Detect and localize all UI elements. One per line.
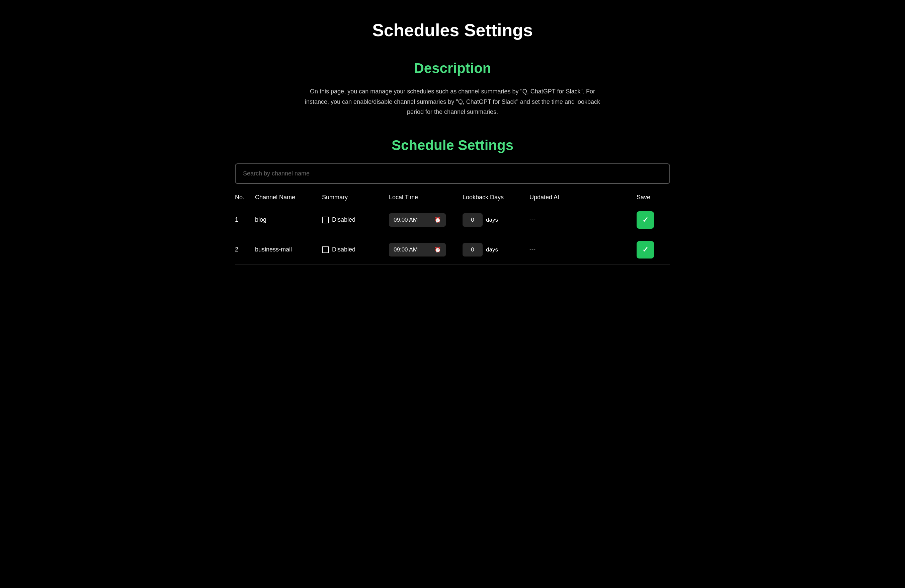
schedule-settings-heading: Schedule Settings (235, 137, 670, 153)
row-1-updated-at: --- (529, 216, 637, 223)
row-1-days-value[interactable]: 0 (462, 213, 483, 227)
row-2-time-value: 09:00 AM (394, 246, 432, 253)
row-2-time-wrapper[interactable]: 09:00 AM ⏰ (389, 243, 446, 256)
description-text: On this page, you can manage your schedu… (302, 86, 603, 117)
col-summary: Summary (322, 194, 389, 201)
row-2-save-button[interactable]: ✓ (637, 241, 654, 259)
checkmark-icon: ✓ (642, 216, 648, 224)
row-1-channel-name: blog (255, 216, 322, 223)
row-2-local-time: 09:00 AM ⏰ (389, 243, 462, 256)
row-2-no: 2 (235, 246, 255, 253)
row-1-time-wrapper[interactable]: 09:00 AM ⏰ (389, 213, 446, 227)
table-header: No. Channel Name Summary Local Time Look… (235, 194, 670, 205)
row-2-lookback: 0 days (462, 243, 529, 256)
search-input[interactable] (235, 164, 670, 184)
row-1-lookback: 0 days (462, 213, 529, 227)
col-save: Save (637, 194, 670, 201)
row-1-time-value: 09:00 AM (394, 217, 432, 223)
row-1-summary: Disabled (322, 216, 389, 223)
checkmark-icon: ✓ (642, 245, 648, 254)
col-no: No. (235, 194, 255, 201)
row-2-days-value[interactable]: 0 (462, 243, 483, 256)
row-1-days-wrapper: 0 days (462, 213, 529, 227)
row-2-summary-text: Disabled (332, 246, 356, 253)
row-2-summary-label[interactable]: Disabled (322, 246, 389, 253)
row-1-save-cell: ✓ (637, 211, 670, 229)
table-row: 2 business-mail Disabled 09:00 AM ⏰ 0 da… (235, 235, 670, 265)
col-channel-name: Channel Name (255, 194, 322, 201)
row-2-summary-checkbox[interactable] (322, 246, 329, 253)
col-updated-at: Updated At (529, 194, 637, 201)
row-2-days-wrapper: 0 days (462, 243, 529, 256)
table-row: 1 blog Disabled 09:00 AM ⏰ 0 days (235, 205, 670, 235)
row-1-save-button[interactable]: ✓ (637, 211, 654, 229)
clock-icon: ⏰ (434, 217, 441, 223)
row-2-save-cell: ✓ (637, 241, 670, 259)
row-2-days-label: days (486, 246, 498, 253)
row-1-summary-text: Disabled (332, 216, 356, 223)
col-local-time: Local Time (389, 194, 462, 201)
schedule-table: No. Channel Name Summary Local Time Look… (235, 194, 670, 265)
page-title: Schedules Settings (13, 20, 892, 40)
schedule-settings-section: Schedule Settings No. Channel Name Summa… (235, 137, 670, 265)
row-2-summary: Disabled (322, 246, 389, 253)
row-1-days-label: days (486, 217, 498, 223)
row-1-local-time: 09:00 AM ⏰ (389, 213, 462, 227)
description-heading: Description (13, 60, 892, 76)
row-2-updated-at: --- (529, 246, 637, 253)
row-1-summary-checkbox[interactable] (322, 217, 329, 223)
clock-icon: ⏰ (434, 246, 441, 253)
row-1-no: 1 (235, 216, 255, 223)
row-1-summary-label[interactable]: Disabled (322, 216, 389, 223)
row-2-channel-name: business-mail (255, 246, 322, 253)
col-lookback-days: Lookback Days (462, 194, 529, 201)
